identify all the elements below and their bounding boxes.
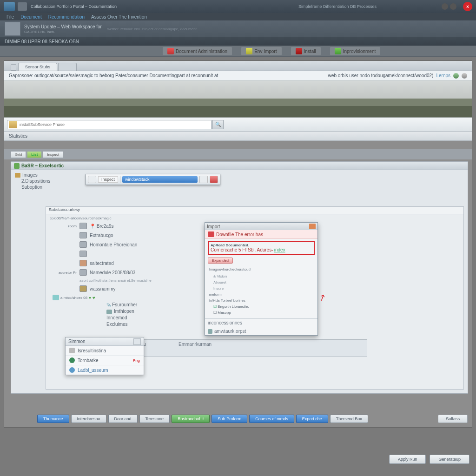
list-header: Imagoevhercheckerstoud — [209, 267, 314, 271]
menu-document[interactable]: Document — [20, 14, 42, 20]
dropdown-title: Simmon — [68, 339, 86, 344]
tree-node[interactable]: Images — [15, 172, 464, 178]
menu-assess[interactable]: Assess Over The Invention — [91, 14, 147, 20]
tree-node[interactable]: Suboption — [15, 184, 464, 190]
view-toggle: Grid List Inspect — [4, 149, 472, 159]
search-button[interactable]: 🔍 — [212, 120, 224, 129]
btab-subproform[interactable]: Sub-Proform — [212, 415, 247, 423]
menu-recommendation[interactable]: Recommendation — [48, 14, 85, 20]
link-icon — [69, 367, 75, 373]
dropdown-item[interactable]: Ladbl_usseurn — [66, 365, 144, 375]
tree-label: Suboption — [21, 185, 42, 190]
quicknav-label: Env Import — [254, 49, 277, 54]
quicknav-inprovision[interactable]: Inprovisionment — [330, 47, 381, 55]
expand-button[interactable]: Expanded — [208, 258, 233, 264]
view-inspect[interactable]: Inspect — [43, 151, 63, 158]
favorite-icon[interactable]: ▾ ♥ — [89, 295, 95, 300]
quick-nav: Document Administration Env Import Insta… — [0, 46, 476, 57]
tree-label: Images — [22, 172, 38, 178]
quicknav-install[interactable]: Install — [291, 47, 321, 55]
explorer-title: BaSR – Excelsortic — [21, 163, 64, 168]
btab-thumance[interactable]: Thumance — [37, 415, 69, 423]
dropdown-toggle-icon[interactable] — [133, 338, 141, 345]
dialog-button-row: Expanded — [205, 257, 317, 265]
sub-header: Substancourtesy — [46, 207, 463, 214]
globe-icon[interactable] — [453, 73, 459, 79]
footer-icon — [208, 329, 212, 334]
check-item[interactable]: Engorth Lioranctie. — [209, 304, 314, 310]
btab-doorand[interactable]: Door and — [108, 415, 138, 423]
description-text: Gaprosone: outlogcat/source/salesmagic t… — [9, 73, 218, 78]
inprovision-icon — [335, 48, 341, 54]
summary-button[interactable]: Suffass — [438, 415, 468, 423]
row-label: accretor Pr — [50, 271, 77, 275]
explorer-icon — [14, 163, 20, 169]
check-item[interactable]: Masopp — [209, 310, 314, 316]
item-icon — [79, 251, 87, 257]
dropdown-item[interactable]: TornbarkePng — [66, 356, 144, 365]
sub-section-label: colo00/file/fl-allcom/sourceheckmagic — [46, 214, 463, 221]
list-item[interactable]: Abouret — [209, 279, 314, 285]
quicknav-doc-admin[interactable]: Document Administration — [163, 47, 232, 55]
tree-node[interactable]: 2.Dispositions — [15, 178, 464, 184]
btab-courses[interactable]: Courses of mmds — [249, 415, 294, 423]
item-icon — [79, 232, 87, 238]
dialog-warning-row: Downfile The error has — [205, 230, 317, 239]
dialog-titlebar: Import — [205, 223, 317, 230]
menu-file[interactable]: File — [7, 14, 14, 20]
header-thumb-icon — [5, 22, 20, 36]
search-field[interactable] — [7, 120, 212, 129]
minimize-button[interactable] — [442, 3, 448, 10]
title-bar: Collaboration Portfolio Portal – Documen… — [0, 0, 476, 13]
tab-sensor-stubs[interactable]: Sensor Stubs — [18, 63, 57, 71]
dialog-close-icon[interactable] — [309, 224, 316, 229]
quicknav-label: Inprovisionment — [343, 49, 376, 54]
error-line1: ApRead Documented. — [211, 243, 312, 247]
search-input[interactable] — [19, 122, 211, 127]
tool-delete-icon[interactable] — [210, 176, 218, 183]
apply-button[interactable]: Apply Run — [389, 455, 426, 464]
warning-icon — [208, 231, 214, 237]
desc-link[interactable]: Lernps — [436, 73, 450, 78]
btab-terestone[interactable]: Terestone — [139, 415, 170, 423]
dialog-title: Import — [207, 224, 220, 229]
error-highlight-box: ApRead Documented. Cornercache 5 Ff Sbl.… — [208, 241, 315, 255]
tool-save-icon[interactable] — [199, 176, 208, 183]
dropdown-item[interactable]: Isresultinstina — [66, 346, 144, 356]
floating-toolbar: Inspect windowStack — [86, 174, 220, 185]
tree-view: Images 2.Dispositions Suboption — [11, 170, 468, 192]
quicknav-env-import[interactable]: Env Import — [241, 47, 281, 55]
maximize-button[interactable] — [450, 3, 456, 10]
tab-inactive[interactable] — [58, 63, 77, 71]
cancel-button[interactable]: Generateup — [430, 455, 469, 464]
btab-thersend[interactable]: Thersend Bux — [330, 415, 368, 423]
item-label: Isresultinstina — [78, 348, 106, 353]
footer-label: amwtaurk.orpst — [214, 329, 246, 334]
item-icon — [79, 223, 87, 229]
dropdown-popup: Simmon Isresultinstina TornbarkePng Ladb… — [65, 337, 144, 375]
view-list[interactable]: List — [27, 151, 42, 158]
item-icon — [79, 269, 87, 276]
close-button[interactable]: × — [463, 2, 472, 11]
search-folder-icon — [9, 121, 17, 128]
tool-label[interactable]: Inspect — [98, 176, 118, 183]
folder-icon — [15, 173, 20, 178]
warning-text: Downfile The error has — [216, 232, 263, 237]
tool-select[interactable]: windowStack — [122, 176, 198, 183]
tabs-row: Sensor Stubs — [4, 61, 472, 71]
tab-handle[interactable] — [11, 64, 16, 71]
refresh-icon[interactable] — [462, 73, 467, 79]
desc-right-text: web orbis user nodo todougamek/connect/w… — [328, 73, 434, 78]
tool-back-icon[interactable] — [88, 176, 96, 183]
list-item[interactable]: & Vision — [209, 273, 314, 279]
dialog-footer: amwtaurk.orpst — [205, 327, 317, 335]
tree-label: 2.Dispositions — [21, 178, 50, 184]
btab-rostranch[interactable]: Rostranchof It — [172, 415, 210, 423]
app-logo-icon — [4, 2, 15, 11]
btab-export[interactable]: Export.che — [296, 415, 328, 423]
menu-bar: File Document Recommendation Assess Over… — [0, 13, 476, 20]
list-item[interactable]: Insure — [209, 285, 314, 291]
header-subtitle: GADRE1.Hu.Tsch. — [24, 30, 102, 34]
view-grid[interactable]: Grid — [11, 151, 26, 158]
btab-intercresp[interactable]: Interchrespo — [71, 415, 106, 423]
